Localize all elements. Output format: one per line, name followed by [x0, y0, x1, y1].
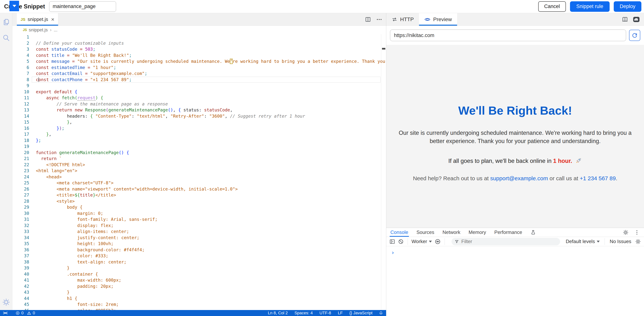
- phone-link[interactable]: +1 234 567 89: [580, 175, 616, 181]
- code-line[interactable]: 6const estimatedTime = "1 hour";: [12, 65, 386, 71]
- code-line[interactable]: 21 return `: [12, 156, 386, 162]
- status-item[interactable]: {} JavaScript: [349, 310, 372, 315]
- code-line[interactable]: 8const contactPhone = "+1 234 567 89";: [12, 77, 386, 83]
- scrollbar-marker[interactable]: [382, 48, 385, 50]
- live-expression-eye-icon[interactable]: [434, 238, 441, 245]
- devtools-tab-network[interactable]: Network: [442, 228, 460, 237]
- files-icon[interactable]: [2, 18, 10, 26]
- code-line[interactable]: 33 align-items: center;: [12, 228, 386, 235]
- context-selector[interactable]: Worker: [412, 239, 432, 244]
- console-settings-gear-icon[interactable]: [635, 239, 641, 245]
- discord-icon[interactable]: [633, 16, 640, 23]
- tab-http[interactable]: HTTP: [386, 13, 419, 26]
- filter-funnel-icon: [454, 239, 459, 244]
- code-line[interactable]: 31 font-family: Arial, sans-serif;: [12, 216, 386, 222]
- notifications-bell-icon[interactable]: [379, 311, 383, 315]
- deploy-button[interactable]: Deploy: [614, 1, 642, 12]
- code-line[interactable]: 41 max-width: 600px;: [12, 277, 386, 283]
- split-editor-icon[interactable]: [365, 16, 371, 23]
- snippet-name-input[interactable]: [49, 1, 116, 12]
- devtools-tab-memory[interactable]: Memory: [468, 228, 486, 237]
- code-line[interactable]: 26 <meta name="viewport" content="width=…: [12, 186, 386, 192]
- code-line[interactable]: 9: [12, 83, 386, 89]
- code-line[interactable]: 45 font-size: 2rem;: [12, 301, 386, 307]
- code-line[interactable]: 29 body {: [12, 204, 386, 210]
- status-item[interactable]: Spaces: 4: [294, 310, 313, 315]
- cancel-button[interactable]: Cancel: [538, 1, 566, 12]
- code-line[interactable]: 10export default {: [12, 89, 386, 95]
- code-line[interactable]: 25 <meta charset="UTF-8">: [12, 180, 386, 186]
- more-actions-icon[interactable]: [376, 16, 382, 23]
- code-line[interactable]: 42 padding: 20px;: [12, 283, 386, 289]
- code-line[interactable]: 27 <title>${title}</title>: [12, 192, 386, 198]
- code-line[interactable]: 30 margin: 0;: [12, 210, 386, 216]
- code-line[interactable]: 11 async fetch(request) {: [12, 95, 386, 101]
- code-line[interactable]: 22 <!DOCTYPE html>: [12, 162, 386, 168]
- code-line[interactable]: 5const message = "Our site is currently …: [12, 58, 386, 65]
- snippet-rule-button[interactable]: Snippet rule: [570, 1, 610, 12]
- code-line[interactable]: 14 headers: { "Content-Type": "text/html…: [12, 113, 386, 119]
- code-line[interactable]: 20function generateMaintenancePage() {: [12, 150, 386, 156]
- preview-heading: We'll Be Right Back!: [391, 104, 640, 117]
- console-prompt-chevron[interactable]: ›: [391, 249, 394, 256]
- line-number: 38: [12, 259, 29, 265]
- remote-indicator-icon[interactable]: ><: [3, 310, 7, 316]
- console-sidebar-toggle-icon[interactable]: [389, 239, 395, 245]
- settings-gear-icon[interactable]: [2, 298, 10, 306]
- default-levels-dropdown[interactable]: Default levels: [566, 239, 600, 244]
- code-line[interactable]: 40 .container {: [12, 271, 386, 277]
- docs-book-icon[interactable]: [622, 16, 628, 23]
- close-tab-icon[interactable]: ×: [51, 17, 54, 22]
- console-filter[interactable]: [452, 238, 560, 245]
- code-line[interactable]: 23<html lang="en">: [12, 168, 386, 174]
- status-item[interactable]: LF: [338, 310, 343, 315]
- devtools-tab-performance[interactable]: Performance: [494, 228, 522, 237]
- code-line[interactable]: 24 <head>: [12, 174, 386, 180]
- code-line[interactable]: 13 return new Response(generateMaintenan…: [12, 107, 386, 113]
- status-item[interactable]: UTF-8: [320, 310, 331, 315]
- code-line[interactable]: 37 color: #333;: [12, 253, 386, 259]
- code-line[interactable]: 34 justify-content: center;: [12, 235, 386, 241]
- status-item[interactable]: Ln 8, Col 2: [268, 310, 288, 315]
- code-lines[interactable]: 12// Define your customizable inputs3con…: [12, 34, 386, 310]
- code-line[interactable]: 35 height: 100vh;: [12, 241, 386, 247]
- filter-input[interactable]: [462, 239, 557, 244]
- devtools-settings-gear-icon[interactable]: [623, 229, 629, 235]
- code-line[interactable]: 32 display: flex;: [12, 222, 386, 229]
- console-output[interactable]: ›: [386, 246, 644, 256]
- line-number: 17: [12, 131, 29, 137]
- code-line[interactable]: 15 },: [12, 119, 386, 125]
- code-line[interactable]: 28 <style>: [12, 198, 386, 204]
- code-line[interactable]: 44 h1 {: [12, 295, 386, 301]
- code-line[interactable]: 16 });: [12, 125, 386, 131]
- breadcrumb[interactable]: JS snippet.js › ...: [12, 26, 386, 34]
- refresh-button[interactable]: [629, 30, 640, 41]
- devtools-kebab-menu-icon[interactable]: [634, 229, 640, 235]
- code-line[interactable]: 7const contactEmail = "support@example.c…: [12, 71, 386, 77]
- code-line[interactable]: 3const statusCode = 503;: [12, 46, 386, 52]
- devtools-tab-console[interactable]: Console: [390, 228, 408, 237]
- code-line[interactable]: 17 },: [12, 131, 386, 137]
- breadcrumb-more[interactable]: ...: [54, 27, 57, 33]
- tab-snippet-js[interactable]: JS snippet.js ×: [17, 13, 58, 26]
- tab-preview[interactable]: Preview: [419, 13, 457, 26]
- preview-url-input[interactable]: [390, 30, 626, 41]
- code-line[interactable]: 1: [12, 34, 386, 40]
- code-line[interactable]: 38 text-align: center;: [12, 259, 386, 265]
- code-line[interactable]: 46 color: #0056b3;: [12, 307, 386, 310]
- code-line[interactable]: 4const title = "We'll Be Right Back!";: [12, 52, 386, 59]
- breadcrumb-file[interactable]: snippet.js: [29, 27, 48, 33]
- code-line[interactable]: 36 background-color: #f4f4f4;: [12, 247, 386, 253]
- devtools-tab-sources[interactable]: Sources: [416, 228, 434, 237]
- code-line[interactable]: 12 // Serve the maintenance page as a re…: [12, 101, 386, 107]
- clear-console-icon[interactable]: [398, 239, 404, 245]
- email-link[interactable]: support@example.com: [490, 175, 548, 181]
- search-icon[interactable]: [2, 34, 10, 42]
- code-line[interactable]: 19: [12, 143, 386, 150]
- code-line[interactable]: 43 }: [12, 289, 386, 295]
- code-line[interactable]: 18};: [12, 137, 386, 144]
- code-line[interactable]: 2// Define your customizable inputs: [12, 40, 386, 46]
- problems-status[interactable]: 0 0: [16, 310, 35, 315]
- issues-counter[interactable]: No Issues: [610, 239, 631, 244]
- code-line[interactable]: 39 }: [12, 265, 386, 271]
